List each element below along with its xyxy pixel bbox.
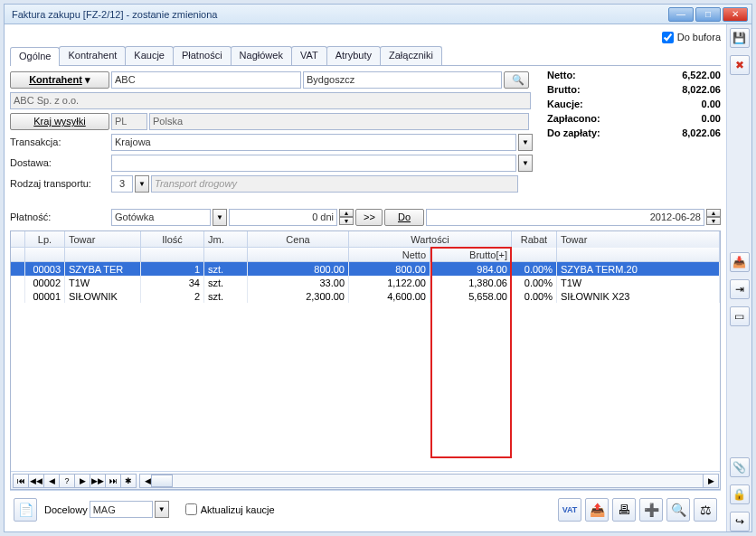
tab-kaucje[interactable]: Kaucje: [125, 46, 174, 65]
window: Faktura zakupu [FZ-2/12] - zostanie zmie…: [4, 4, 752, 532]
aktualizuj-kaucje-input[interactable]: [185, 503, 197, 515]
mag-dropdown-icon[interactable]: ▼: [155, 501, 169, 518]
tab-ogolne[interactable]: Ogólne: [10, 47, 60, 66]
kontrahent-code-input[interactable]: [111, 71, 301, 89]
dostawa-dropdown-icon[interactable]: ▼: [518, 155, 533, 172]
tab-vat[interactable]: VAT: [291, 46, 327, 65]
rodzaj-desc-input: [151, 175, 518, 193]
side-exit-button[interactable]: ↪: [730, 512, 750, 531]
col-ilosc[interactable]: Ilość: [141, 231, 204, 248]
col-jm[interactable]: Jm.: [204, 231, 248, 248]
minimize-button[interactable]: —: [668, 7, 694, 22]
col-wartosci[interactable]: Wartości: [349, 231, 512, 248]
tab-platnosci[interactable]: Płatności: [173, 46, 232, 65]
scale-button[interactable]: ⚖: [694, 498, 717, 522]
col-brutto[interactable]: Brutto[+]: [430, 248, 512, 262]
footer-doc-button[interactable]: 📄: [14, 498, 37, 522]
tabs: Ogólne Kontrahent Kaucje Płatności Nagłó…: [10, 46, 721, 66]
tab-kontrahent[interactable]: Kontrahent: [59, 46, 126, 65]
kontrahent-name-readonly: [10, 92, 531, 109]
kontrahent-city-input[interactable]: [303, 71, 502, 89]
nav-first-button[interactable]: ⏮: [13, 474, 29, 488]
hscroll-right-icon[interactable]: ▶: [703, 474, 719, 488]
side-lock-button[interactable]: 🔒: [730, 484, 750, 504]
search-button[interactable]: 🔍: [666, 498, 690, 522]
mag-input[interactable]: [90, 501, 153, 518]
totals-panel: Netto:6,522.00 Brutto:8,022.06 Kaucje:0.…: [540, 70, 721, 194]
tab-atrybuty[interactable]: Atrybuty: [326, 46, 381, 65]
close-button[interactable]: ✕: [723, 7, 748, 22]
aktualizuj-kaucje-checkbox[interactable]: Aktualizuj kaucje: [185, 503, 275, 515]
platnosc-label: Płatność:: [10, 212, 109, 222]
col-lp[interactable]: Lp.: [25, 231, 65, 248]
rodzaj-label: Rodzaj transportu:: [10, 178, 109, 189]
platnosc-dropdown-icon[interactable]: ▼: [213, 209, 227, 226]
side-clip-button[interactable]: 📎: [730, 457, 750, 477]
nav-prev-button[interactable]: ◀: [43, 474, 60, 488]
window-title: Faktura zakupu [FZ-2/12] - zostanie zmie…: [8, 9, 666, 20]
items-grid: Lp. Towar Ilość Jm. Cena Wartości Rabat …: [10, 230, 721, 490]
kontrahent-search-button[interactable]: 🔍: [504, 71, 529, 89]
nav-prev-page-button[interactable]: ◀◀: [28, 474, 44, 488]
date-down-icon[interactable]: ▾: [706, 217, 721, 225]
print-button[interactable]: 🖶: [612, 498, 636, 522]
dbl-arrow-button[interactable]: >>: [355, 209, 383, 226]
platnosc-input[interactable]: [111, 209, 211, 226]
platnosc-dni-input[interactable]: [229, 209, 337, 226]
dostawa-label: Dostawa:: [10, 157, 109, 168]
tab-zalaczniki[interactable]: Załączniki: [380, 46, 442, 65]
add-button[interactable]: ➕: [639, 498, 663, 522]
col-cena[interactable]: Cena: [248, 231, 349, 248]
transakcja-label: Transakcja:: [10, 136, 109, 147]
transakcja-dropdown-icon[interactable]: ▼: [518, 134, 533, 151]
side-export-button[interactable]: 📥: [730, 252, 750, 272]
vat-button[interactable]: VAT: [558, 498, 581, 522]
dni-up-icon[interactable]: ▴: [339, 209, 354, 217]
transakcja-input[interactable]: [111, 134, 516, 151]
kraj-name-input: [149, 113, 529, 130]
dni-down-icon[interactable]: ▾: [339, 217, 354, 225]
kraj-code-input: [111, 113, 147, 130]
nav-last-button[interactable]: ⏭: [105, 474, 121, 488]
col-towar[interactable]: Towar: [65, 231, 141, 248]
nav-star-button[interactable]: ✱: [120, 474, 137, 488]
kraj-wysylki-button[interactable]: Kraj wysyłki: [10, 113, 109, 130]
col-netto[interactable]: Netto: [349, 248, 430, 262]
kontrahent-button[interactable]: Kontrahent ▾: [10, 71, 109, 89]
date-input[interactable]: [426, 209, 704, 226]
cancel-button[interactable]: ✖: [730, 55, 750, 75]
rodzaj-code-input[interactable]: [111, 175, 133, 193]
col-towar2[interactable]: Towar: [557, 231, 720, 248]
do-bufora-input[interactable]: [662, 32, 674, 43]
dostawa-input[interactable]: [111, 155, 516, 172]
tab-naglowek[interactable]: Nagłówek: [231, 46, 292, 65]
table-row[interactable]: 00003SZYBA TER1szt.800.00800.00984.000.0…: [11, 262, 720, 276]
rodzaj-dropdown-icon[interactable]: ▼: [135, 175, 149, 193]
nav-qmark-button[interactable]: ?: [59, 474, 75, 488]
grid-nav-bar: ⏮ ◀◀ ◀ ? ▶ ▶▶ ⏭ ✱ ◀ ▶: [11, 471, 720, 489]
save-button[interactable]: 💾: [730, 28, 750, 48]
side-link-button[interactable]: ⇥: [730, 279, 750, 299]
do-bufora-checkbox[interactable]: Do bufora: [662, 32, 721, 43]
grid-hscrollbar[interactable]: ◀ ▶: [139, 474, 718, 488]
nav-next-button[interactable]: ▶: [74, 474, 90, 488]
docelowy-label: Docelowy: [44, 504, 88, 515]
table-row[interactable]: 00001SIŁOWNIK2szt.2,300.004,600.005,658.…: [11, 289, 720, 303]
export-button[interactable]: 📤: [585, 498, 609, 522]
titlebar: Faktura zakupu [FZ-2/12] - zostanie zmie…: [5, 5, 751, 24]
table-row[interactable]: 00002T1W34szt.33.001,122.001,380.060.00%…: [11, 276, 720, 289]
side-toolbar: 💾 ✖ 📥 ⇥ ▭ 📎 🔒 ↪: [726, 24, 751, 531]
footer-toolbar: 📄 Docelowy ▼ Aktualizuj kaucje VAT 📤 🖶 ➕…: [10, 490, 721, 528]
col-rabat[interactable]: Rabat: [512, 231, 557, 248]
date-up-icon[interactable]: ▴: [706, 209, 721, 217]
do-button[interactable]: Do: [384, 209, 424, 226]
maximize-button[interactable]: □: [695, 7, 721, 22]
nav-next-page-button[interactable]: ▶▶: [90, 474, 106, 488]
side-row-button[interactable]: ▭: [730, 306, 750, 326]
hscroll-thumb[interactable]: [151, 475, 173, 487]
